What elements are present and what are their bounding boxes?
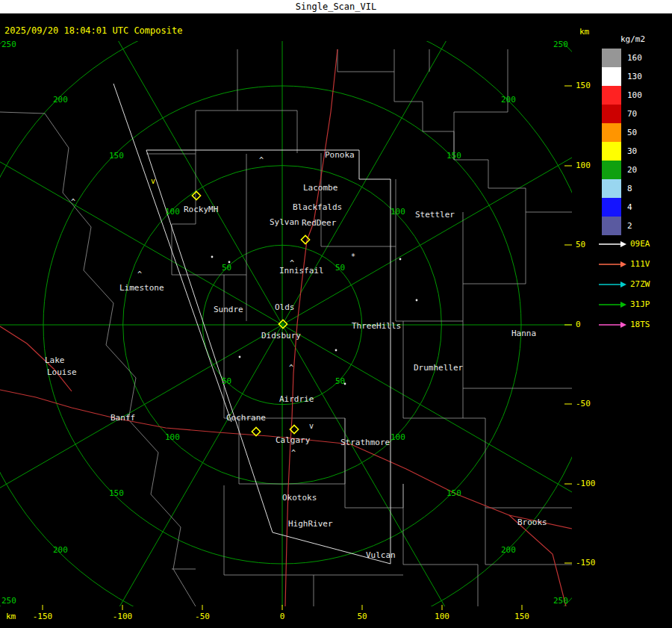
- color-swatch-30: [602, 142, 621, 161]
- color-swatch-8: [602, 179, 621, 198]
- city-label-innisfail: Innisfail: [279, 266, 324, 276]
- ring-distance-label: 150: [447, 151, 461, 161]
- map-glyph-marker: ^: [71, 198, 75, 206]
- map-glyph-marker: v: [309, 422, 314, 430]
- ring-distance-label: 100: [391, 207, 405, 217]
- ring-distance-label: 200: [53, 545, 68, 555]
- right-axis-label: 100: [576, 161, 591, 170]
- right-axis-label: 150: [576, 81, 591, 90]
- town-markers: ^v^^^*^v^: [71, 156, 417, 457]
- radar-station-arrows: [599, 241, 626, 328]
- city-label-reddeer: RedDeer: [302, 218, 337, 228]
- city-label-strathmore: Strathmore: [340, 438, 390, 447]
- station-arrow-head: [620, 302, 626, 308]
- radar-map: 5050505010010010010015015015015020020020…: [0, 0, 672, 628]
- city-label-airdrie: Airdrie: [279, 394, 314, 404]
- station-id-27zw: 27ZW: [630, 279, 650, 289]
- city-label-highriver: HighRiver: [288, 519, 333, 529]
- city-label-lacombe: Lacombe: [303, 183, 337, 193]
- town-dot-marker: [344, 383, 346, 385]
- color-swatch-130: [602, 67, 621, 86]
- right-axis-label: 0: [576, 320, 581, 329]
- town-dot-marker: [399, 258, 402, 261]
- color-swatch-20: [602, 161, 621, 179]
- city-label-ponoka: Ponoka: [325, 150, 355, 160]
- city-label-brooks: Brooks: [517, 517, 547, 527]
- color-swatch-value: 4: [627, 202, 632, 212]
- color-swatch-value: 30: [627, 146, 637, 156]
- color-swatch-value: 2: [627, 221, 632, 231]
- town-dot-marker: [335, 349, 337, 352]
- city-label-limestone: Limestone: [119, 283, 164, 293]
- color-swatch-100: [602, 86, 621, 105]
- ring-distance-label: 150: [109, 488, 124, 498]
- bottom-axis-label: -150: [33, 612, 53, 621]
- color-swatch-2: [602, 217, 621, 235]
- station-arrow-head: [620, 322, 626, 328]
- bottom-axis-label: -50: [195, 612, 210, 621]
- city-label-rockymh: RockyMH: [184, 205, 218, 214]
- city-label-threehills: ThreeHills: [352, 321, 401, 331]
- town-dot-marker: [228, 261, 231, 264]
- right-axis-label: 50: [576, 240, 585, 249]
- highways: [0, 49, 572, 606]
- range-ring-labels: 5050505010010010010015015015015020020020…: [1, 40, 568, 606]
- city-label-sylvan: Sylvan: [270, 217, 299, 227]
- radar-viewer-window: Single_Scan_VIL 2025/09/20 18:04:01 UTC …: [0, 0, 672, 628]
- ring-distance-label: 100: [165, 432, 180, 442]
- color-swatch-value: 160: [627, 53, 642, 63]
- ring-distance-label: 250: [553, 596, 568, 606]
- ring-distance-label: 200: [501, 545, 516, 555]
- station-arrow-head: [620, 241, 626, 247]
- color-swatch-value: 8: [627, 184, 632, 193]
- bottom-axis-label: 0: [280, 612, 285, 621]
- city-label-blackfalds: Blackfalds: [293, 202, 342, 212]
- color-swatch-50: [602, 123, 621, 142]
- bottom-axis-label: 50: [357, 612, 367, 621]
- right-axis-label: -150: [576, 558, 596, 568]
- bottom-axis-label: 100: [435, 612, 449, 621]
- city-label-hanna: Hanna: [511, 329, 536, 338]
- ring-distance-label: 150: [109, 151, 124, 161]
- radial-spoke: [79, 325, 283, 628]
- city-label-banff: Banff: [111, 413, 135, 423]
- ring-distance-label: 150: [447, 488, 461, 498]
- city-label-okotoks: Okotoks: [282, 493, 317, 503]
- city-label-drumheller: Drumheller: [414, 363, 464, 373]
- station-id-18ts: 18TS: [630, 320, 650, 329]
- station-id-09ea: 09EA: [630, 239, 650, 249]
- bottom-axis-label: -100: [113, 612, 133, 621]
- city-label-calgary: Calgary: [276, 435, 311, 445]
- ring-distance-label: 50: [222, 376, 231, 386]
- ring-distance-label: 100: [165, 207, 180, 217]
- city-label-louise: Louise: [47, 367, 77, 377]
- station-arrow-head: [620, 282, 626, 287]
- color-swatch-value: 130: [627, 72, 642, 81]
- city-label-cochrane: Cochrane: [226, 413, 266, 423]
- city-labels: PonokaLacombeBlackfaldsSylvanRedDeerRock…: [45, 150, 547, 560]
- city-label-sundre: Sundre: [214, 305, 243, 314]
- radial-spoke: [282, 0, 486, 325]
- town-dot-marker: [239, 356, 241, 358]
- ring-distance-label: 200: [53, 95, 68, 105]
- range-rings: [0, 0, 672, 628]
- city-label-olds: Olds: [275, 302, 295, 312]
- map-glyph-marker: *: [351, 252, 355, 261]
- radial-spoke: [0, 122, 282, 326]
- town-dot-marker: [211, 256, 214, 258]
- color-swatch-160: [602, 49, 621, 67]
- city-label-vulcan: Vulcan: [366, 550, 396, 560]
- bottom-axis-label: 150: [514, 612, 529, 621]
- ring-distance-label: 250: [1, 596, 16, 606]
- color-swatch-value: 100: [627, 90, 642, 100]
- color-swatch-value: 70: [627, 109, 637, 119]
- color-swatch-4: [602, 198, 621, 217]
- station-id-111v: 111V: [630, 259, 650, 269]
- ring-distance-label: 250: [553, 40, 568, 49]
- ring-distance-label: 50: [335, 376, 345, 386]
- color-swatch-value: 50: [627, 128, 637, 137]
- town-dot-marker: [416, 299, 418, 302]
- ring-distance-label: 50: [222, 263, 231, 273]
- ring-distance-label: 100: [391, 432, 405, 442]
- color-swatch-70: [602, 105, 621, 123]
